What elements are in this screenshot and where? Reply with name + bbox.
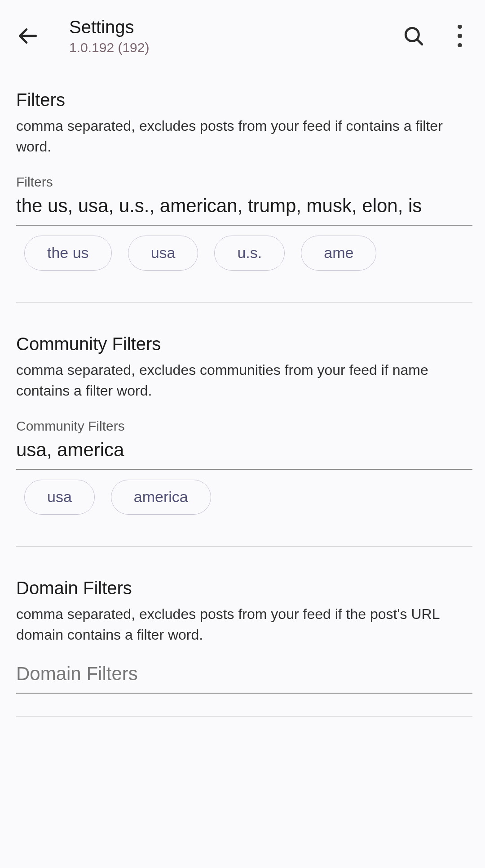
- more-vert-icon[interactable]: [451, 25, 469, 47]
- page-title: Settings: [69, 17, 402, 37]
- filters-section: Filters comma separated, excludes posts …: [16, 67, 485, 312]
- filters-field-label: Filters: [16, 174, 485, 190]
- section-divider: [16, 302, 472, 303]
- filters-chips: the us usa u.s. ame: [16, 236, 485, 271]
- community-filters-section: Community Filters comma separated, exclu…: [16, 312, 485, 556]
- community-filters-desc: comma separated, excludes communities fr…: [16, 360, 485, 401]
- filter-chip[interactable]: u.s.: [214, 236, 285, 271]
- domain-filters-input[interactable]: [16, 663, 472, 685]
- filter-chip[interactable]: ame: [301, 236, 376, 271]
- community-filters-title: Community Filters: [16, 334, 485, 354]
- filters-input-wrap: [16, 195, 472, 226]
- filters-input[interactable]: [16, 195, 472, 217]
- settings-content: Filters comma separated, excludes posts …: [0, 67, 485, 726]
- back-arrow-icon[interactable]: [16, 25, 39, 47]
- domain-filters-title: Domain Filters: [16, 578, 485, 598]
- svg-line-2: [417, 39, 422, 44]
- search-icon[interactable]: [402, 25, 425, 47]
- version-subtitle: 1.0.192 (192): [69, 40, 402, 55]
- header-actions: [402, 25, 469, 47]
- community-chip[interactable]: america: [111, 480, 211, 515]
- filters-title: Filters: [16, 90, 485, 110]
- filter-chip[interactable]: the us: [24, 236, 112, 271]
- domain-filters-input-wrap: [16, 663, 472, 694]
- app-header: Settings 1.0.192 (192): [0, 0, 485, 67]
- header-titles: Settings 1.0.192 (192): [69, 17, 402, 55]
- community-filters-field-label: Community Filters: [16, 418, 485, 434]
- filter-chip[interactable]: usa: [128, 236, 198, 271]
- filters-desc: comma separated, excludes posts from you…: [16, 116, 485, 157]
- community-filters-input-wrap: [16, 439, 472, 470]
- section-divider: [16, 546, 472, 547]
- community-chip[interactable]: usa: [24, 480, 95, 515]
- domain-filters-desc: comma separated, excludes posts from you…: [16, 604, 485, 645]
- domain-filters-section: Domain Filters comma separated, excludes…: [16, 556, 485, 726]
- community-filters-chips: usa america: [16, 480, 485, 515]
- section-divider: [16, 716, 472, 717]
- community-filters-input[interactable]: [16, 439, 472, 461]
